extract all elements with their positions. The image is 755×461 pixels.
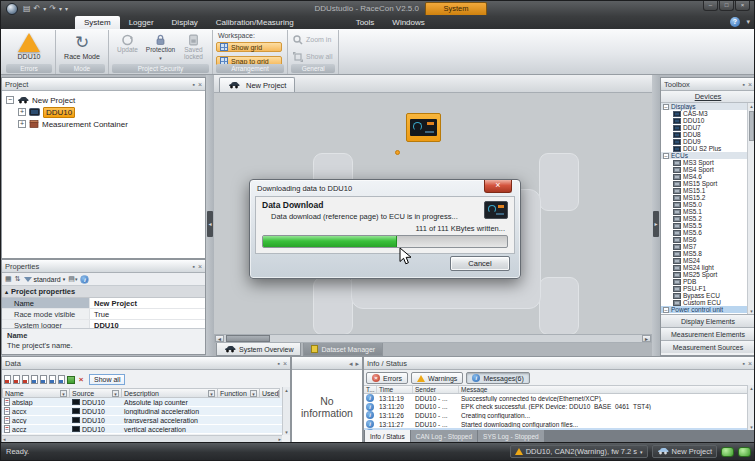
property-row-name[interactable]: NameNew Project — [2, 298, 205, 309]
info-tab-warnings[interactable]: Warnings — [411, 372, 463, 384]
filter-dropdown-icon[interactable]: ▾ — [250, 390, 257, 397]
info-toggle-icon[interactable]: i — [80, 275, 89, 284]
collapse-right-icon[interactable]: ▸ — [653, 211, 659, 237]
export-measurement-icon[interactable] — [22, 375, 29, 384]
import-measurement-icon[interactable] — [13, 375, 20, 384]
toolbox-item-ddu-s2-plus[interactable]: DDU S2 Plus — [661, 145, 755, 152]
menu-tab-logger[interactable]: Logger — [120, 16, 163, 29]
toolbox-group-power-control-unit[interactable]: −Power control unit — [661, 306, 755, 313]
filter-dropdown-icon[interactable]: ▾ — [60, 390, 67, 397]
menu-tab-system[interactable]: System — [75, 16, 120, 29]
categorized-icon[interactable]: ▦ — [5, 275, 12, 283]
document-tab-new-project[interactable]: New Project — [219, 77, 295, 92]
toolbox-item-pdb[interactable]: PDB — [661, 278, 755, 285]
device-status-chip[interactable]: DDU10, CAN2(Warning), fw 7.2 s ▾ — [510, 445, 648, 458]
collapse-left-icon[interactable]: ◂ — [349, 359, 353, 368]
pin-icon[interactable]: ▪ — [192, 262, 194, 271]
pin-icon[interactable]: ▪ — [742, 359, 744, 368]
toolbox-item-bypass-ecu[interactable]: Bypass ECU — [661, 292, 755, 299]
message-row[interactable]: i13:11:26DDU10 - ...Creating configurati… — [364, 411, 755, 420]
close-icon[interactable]: × — [283, 359, 287, 368]
scroll-left-icon[interactable]: ◂ — [215, 335, 224, 342]
property-row-race-mode-visible[interactable]: Race mode visibleTrue — [2, 309, 205, 320]
move-measurement-icon[interactable] — [40, 375, 47, 384]
toolbox-button-measurement-sources[interactable]: Measurement Sources — [661, 340, 755, 353]
property-value[interactable]: True — [90, 309, 205, 319]
column-header-description[interactable]: Description▾ — [122, 388, 218, 398]
close-icon[interactable]: × — [198, 262, 202, 271]
canvas-tab-dataset-manager[interactable]: Dataset Manager — [303, 343, 383, 356]
data-vertical-scrollbar[interactable]: ▴▾ — [282, 387, 290, 435]
maximize-button[interactable]: □ — [719, 1, 734, 11]
minimize-button[interactable]: – — [703, 1, 718, 11]
toolbox-button-measurement-elements[interactable]: Measurement Elements — [661, 327, 755, 340]
toolbox-button-display-elements[interactable]: Display Elements — [661, 314, 755, 327]
toolbox-item-psu-f1[interactable]: PSU-F1 — [661, 285, 755, 292]
device-icon[interactable]: ▤ — [23, 3, 31, 15]
column-header-name[interactable]: Name▾ — [2, 388, 70, 398]
data-row-accx[interactable]: accxDDU10longitudinal acceleration — [2, 407, 290, 416]
data-row-accz[interactable]: acczDDU10vertical acceleration — [2, 425, 290, 434]
toolbox-item-ms5-0[interactable]: MS5.0 — [661, 201, 755, 208]
toolbox-item-ms5-8[interactable]: MS5.8 — [661, 250, 755, 257]
close-icon[interactable]: × — [748, 80, 752, 89]
expander-icon[interactable]: + — [18, 108, 26, 116]
pin-icon[interactable]: ▪ — [742, 80, 744, 89]
context-tab-system[interactable]: System — [425, 2, 487, 15]
info-scrollbar[interactable]: ▴▾ — [747, 385, 755, 430]
data-row-accy[interactable]: accyDDU10transversal acceleration — [2, 416, 290, 425]
info-column-time[interactable]: Time — [377, 386, 413, 393]
collapse-left-icon[interactable]: ◂ — [207, 211, 213, 237]
toolbox-item-ms24[interactable]: MS24 — [661, 257, 755, 264]
toolbox-item-ddu9[interactable]: DDU9 — [661, 138, 755, 145]
canvas-horizontal-scrollbar[interactable]: ◂ ▸ — [214, 334, 652, 343]
message-row[interactable]: i13:11:20DDU10 - ...EPK check successful… — [364, 403, 755, 412]
pin-icon[interactable]: ▪ — [192, 80, 194, 89]
toolbox-item-ms4-sport[interactable]: MS4 Sport — [661, 166, 755, 173]
pin-icon[interactable]: ▪ — [277, 359, 279, 368]
undo-icon[interactable]: ↶ — [34, 3, 41, 15]
toolbox-item-ms15-sport[interactable]: MS15 Sport — [661, 180, 755, 187]
toolbox-group-displays[interactable]: −Displays — [661, 103, 755, 110]
tree-item-ddu10[interactable]: +DDU10 — [2, 106, 205, 118]
expander-icon[interactable]: − — [663, 307, 669, 313]
toolbox-devices-header[interactable]: Devices — [661, 91, 755, 103]
cancel-button[interactable]: Cancel — [450, 256, 510, 271]
filter-dropdown-icon[interactable]: ▾ — [278, 390, 280, 397]
data-row-abslap[interactable]: abslapDDU10Absolute lap counter — [2, 398, 290, 407]
right-splitter[interactable]: ▸ — [652, 75, 660, 356]
filter-dropdown-icon[interactable]: ▾ — [112, 390, 119, 397]
close-icon[interactable]: × — [748, 359, 752, 368]
app-logo-icon[interactable] — [6, 3, 18, 15]
toolbox-item-ms6[interactable]: MS6 — [661, 236, 755, 243]
copy-measurement-icon[interactable] — [31, 375, 38, 384]
sort-icon[interactable]: ⇅ — [15, 275, 21, 283]
toolbox-item-ms3-sport[interactable]: MS3 Sport — [661, 159, 755, 166]
toolbox-group-ecus[interactable]: −ECUs — [661, 152, 755, 159]
menu-tab-tools[interactable]: Tools — [347, 16, 384, 29]
close-icon[interactable]: × — [198, 80, 202, 89]
left-splitter[interactable]: ◂ — [206, 75, 214, 356]
help-icon[interactable]: ? — [730, 17, 740, 27]
show-grid-toggle[interactable]: Show grid — [216, 42, 282, 52]
new-measurement-icon[interactable] — [4, 375, 11, 384]
tree-item-new-project[interactable]: −New Project — [2, 94, 205, 106]
tree-item-measurement-container[interactable]: +Measurement Container — [2, 118, 205, 130]
group-measurement-icon[interactable] — [49, 375, 56, 384]
toolbox-item-ms4-6[interactable]: MS4.6 — [661, 173, 755, 180]
canvas-tab-system-overview[interactable]: System Overview — [216, 343, 301, 356]
menu-tab-windows[interactable]: Windows — [383, 16, 433, 29]
message-row[interactable]: i13:11:19DDU10 - ...Successfully connect… — [364, 394, 755, 403]
expander-icon[interactable]: − — [663, 153, 669, 159]
scrollbar-thumb[interactable] — [226, 335, 270, 342]
column-header-source[interactable]: Source▾ — [70, 388, 122, 398]
menu-tab-display[interactable]: Display — [163, 16, 207, 29]
toolbox-item-ddu8[interactable]: DDU8 — [661, 131, 755, 138]
toolbox-item-ddu7[interactable]: DDU7 — [661, 124, 755, 131]
property-value[interactable]: New Project — [90, 298, 205, 308]
ddu10-errors-button[interactable]: DDU10 — [6, 31, 52, 60]
dialog-close-button[interactable]: × — [484, 180, 512, 193]
expander-icon[interactable]: + — [18, 120, 26, 128]
info-column-message[interactable]: Message — [459, 386, 755, 393]
info-tab-errors[interactable]: ×Errors — [366, 372, 408, 384]
